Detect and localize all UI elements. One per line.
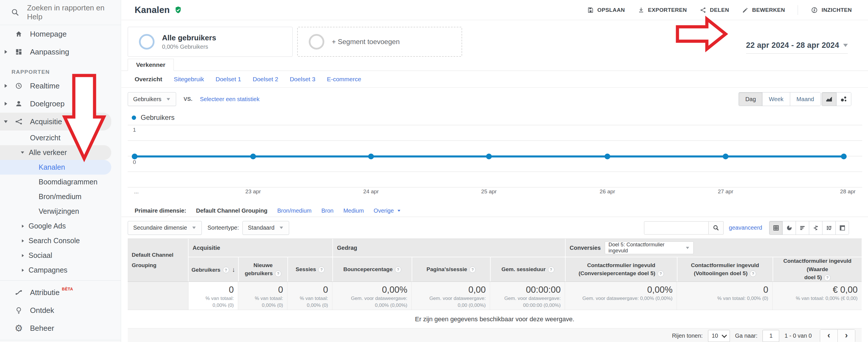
column-header-bouncepercentage[interactable]: Bouncepercentage — [332, 257, 412, 281]
attribution-icon — [11, 288, 26, 297]
granularity-week[interactable]: Week — [762, 93, 790, 106]
help-icon[interactable] — [657, 271, 664, 277]
term-cloud-view-button[interactable] — [822, 221, 835, 235]
segment-all-users[interactable]: Alle gebruikers 0,00% Gebruikers — [128, 27, 292, 57]
chart-type-toggle — [822, 92, 851, 106]
sidebar-item-acquisitie[interactable]: Acquisitie — [0, 113, 111, 131]
sort-type-dropdown[interactable]: Standaard — [243, 221, 289, 235]
edit-button[interactable]: BEWERKEN — [742, 7, 785, 13]
insights-button[interactable]: INZICHTEN — [811, 6, 852, 14]
home-icon — [11, 30, 26, 38]
share-icon — [700, 7, 707, 13]
sidebar-item-overzicht[interactable]: Overzicht — [0, 131, 121, 145]
granularity-maand[interactable]: Maand — [790, 93, 820, 106]
tab-strip: Verkenner — [121, 59, 868, 71]
help-icon[interactable] — [223, 267, 229, 273]
sidebar-item-realtime[interactable]: Realtime — [0, 77, 121, 95]
percentage-view-button[interactable] — [782, 221, 796, 235]
sidebar-search[interactable]: Zoeken in rapporten en Help — [0, 0, 121, 25]
subtab-doelset3[interactable]: Doelset 3 — [290, 76, 315, 83]
subtab-sitegebruik[interactable]: Sitegebruik — [174, 76, 204, 83]
select-metric-link[interactable]: Selecteer een statistiek — [200, 96, 259, 103]
column-header-conversiepercentage[interactable]: Contactformulier ingevuld (Conversieperc… — [565, 257, 677, 281]
expand-icon — [22, 269, 24, 271]
dimension-bron-medium[interactable]: Bron/medium — [277, 207, 312, 214]
column-header-sessies[interactable]: Sessies — [287, 257, 332, 281]
save-button[interactable]: OPSLAAN — [587, 7, 625, 13]
term-cloud-view-icon — [826, 225, 833, 231]
chevron-down-icon — [192, 227, 196, 229]
sidebar-item-alle-verkeer[interactable]: Alle verkeer — [0, 145, 111, 160]
header-actions: OPSLAAN EXPORTEREN DELEN BEWERKEN I — [587, 0, 852, 20]
advanced-link[interactable]: geavanceerd — [729, 225, 762, 231]
next-page-button[interactable]: › — [837, 330, 855, 342]
column-header-gem-sessieduur[interactable]: Gem. sessieduur — [490, 257, 565, 281]
line-chart-button[interactable] — [822, 93, 836, 106]
help-icon[interactable] — [318, 267, 324, 273]
goto-page-input[interactable] — [763, 330, 779, 342]
dimension-bron[interactable]: Bron — [321, 207, 334, 214]
sidebar-item-bron-medium[interactable]: Bron/medium — [0, 189, 121, 204]
subtab-doelset1[interactable]: Doelset 1 — [216, 76, 241, 83]
sidebar: Zoeken in rapporten en Help Homepage Aan… — [0, 0, 121, 342]
chevron-down-icon — [686, 247, 689, 249]
table-search-button[interactable] — [709, 221, 723, 235]
timeseries-chart: Gebruikers 1 0 ... 23 apr 24 apr 25 apr … — [121, 111, 868, 200]
sidebar-item-kanalen[interactable]: Kanalen — [0, 160, 111, 175]
goal-set-dropdown[interactable]: Doel 5: Contactformulier ingevuld — [605, 241, 693, 254]
dimension-medium[interactable]: Medium — [343, 207, 364, 214]
metric-dropdown[interactable]: Gebruikers — [128, 92, 176, 106]
add-segment-button[interactable]: + Segment toevoegen — [297, 27, 462, 57]
subtab-overzicht[interactable]: Overzicht — [135, 76, 162, 83]
column-header-gebruikers[interactable]: Gebruikers — [189, 257, 238, 281]
column-header-paginas-sessie[interactable]: Pagina's/sessie — [412, 257, 490, 281]
sidebar-item-sociaal[interactable]: Sociaal — [0, 248, 121, 263]
subtab-doelset2[interactable]: Doelset 2 — [252, 76, 278, 83]
rows-per-page-select[interactable]: 10 — [708, 330, 730, 342]
export-button[interactable]: EXPORTEREN — [638, 7, 687, 13]
sidebar-item-homepage[interactable]: Homepage — [0, 25, 121, 43]
search-icon — [11, 8, 20, 17]
help-icon[interactable] — [750, 271, 756, 277]
sidebar-item-attributie[interactable]: Attributie BÈTA — [0, 283, 121, 301]
granularity-dag[interactable]: Dag — [739, 93, 762, 106]
group-gedrag: Gedrag — [332, 239, 565, 257]
help-icon[interactable] — [824, 275, 831, 281]
sidebar-item-boomdiagrammen[interactable]: Boomdiagrammen — [0, 175, 121, 189]
help-icon[interactable] — [395, 267, 401, 273]
tab-verkenner[interactable]: Verkenner — [128, 59, 174, 71]
help-icon[interactable] — [469, 267, 476, 273]
person-icon — [11, 100, 26, 108]
column-header-voltooiingen[interactable]: Contactformulier ingevuld (Voltooiingen … — [677, 257, 773, 281]
previous-page-button[interactable]: ‹ — [820, 330, 837, 342]
sidebar-item-campagnes[interactable]: Campagnes — [0, 263, 121, 277]
dimension-overige[interactable]: Overige — [374, 207, 401, 214]
sidebar-item-doelgroep[interactable]: Doelgroep — [0, 95, 121, 113]
column-header-waarde[interactable]: Contactformulier ingevuld (Waarde doel 5… — [773, 257, 862, 281]
table-view-button[interactable] — [769, 221, 782, 235]
x-tick: ... — [134, 189, 139, 195]
help-icon[interactable] — [275, 271, 281, 277]
dimension-column-header[interactable]: Default Channel Grouping — [128, 239, 189, 281]
sidebar-item-google-ads[interactable]: Google Ads — [0, 219, 121, 233]
comparison-view-button[interactable] — [809, 221, 822, 235]
pivot-view-button[interactable] — [835, 221, 849, 235]
help-icon[interactable] — [548, 267, 554, 273]
share-button[interactable]: DELEN — [700, 7, 729, 13]
column-header-nieuwe-gebruikers[interactable]: Nieuwe gebruikers — [238, 257, 287, 281]
sidebar-item-aanpassing[interactable]: Aanpassing — [0, 43, 121, 61]
date-range-selector[interactable]: 22 apr 2024 - 28 apr 2024 — [746, 41, 848, 54]
performance-view-button[interactable] — [796, 221, 809, 235]
sidebar-item-ontdek[interactable]: Ontdek — [0, 301, 121, 319]
sidebar-item-beheer[interactable]: ⚙ Beheer — [0, 319, 121, 337]
acquisition-icon — [11, 117, 26, 126]
motion-chart-button[interactable] — [836, 93, 851, 106]
secondary-dimension-dropdown[interactable]: Secundaire dimensie — [128, 221, 202, 235]
table-toolbar: Secundaire dimensie Sorteertype: Standaa… — [121, 217, 868, 239]
sidebar-item-search-console[interactable]: Search Console — [0, 233, 121, 248]
subtab-ecommerce[interactable]: E-commerce — [327, 76, 361, 83]
table-search-input[interactable] — [644, 221, 709, 235]
dimension-default-channel-grouping[interactable]: Default Channel Grouping — [196, 207, 268, 214]
sidebar-item-verwijzingen[interactable]: Verwijzingen — [0, 204, 121, 219]
analytics-app: Zoeken in rapporten en Help Homepage Aan… — [0, 0, 868, 342]
